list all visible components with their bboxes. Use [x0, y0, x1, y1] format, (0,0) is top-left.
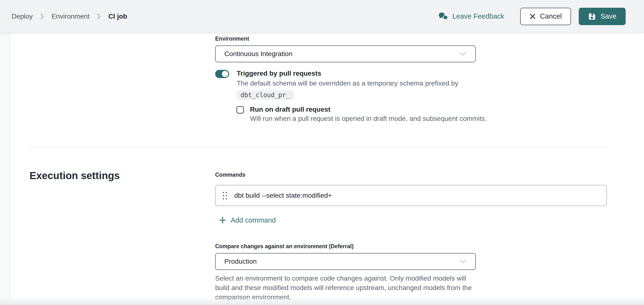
trigger-toggle-description: The default schema will be overridden as… — [237, 78, 458, 88]
feedback-chat-bubbles-icon — [438, 12, 448, 21]
commands-label: Commands — [215, 172, 245, 178]
deferral-select-value: Production — [224, 258, 257, 265]
trigger-toggle-label: Triggered by pull requests — [237, 69, 458, 78]
leave-feedback-label: Leave Feedback — [452, 12, 504, 20]
environment-field-label: Environment — [215, 36, 249, 42]
plus-icon — [219, 216, 226, 224]
deferral-field-label: Compare changes against an environment (… — [215, 243, 354, 250]
save-button-label: Save — [600, 12, 616, 20]
add-command-button[interactable]: Add command — [219, 216, 276, 224]
environment-select[interactable]: Continuous Integration — [215, 46, 476, 62]
save-floppy-icon — [588, 12, 596, 20]
breadcrumb-environment[interactable]: Environment — [52, 12, 90, 20]
draft-checkbox-label: Run on draft pull request — [250, 105, 487, 114]
execution-settings-title: Execution settings — [30, 170, 120, 182]
chevron-right-icon — [40, 13, 44, 20]
trigger-toggle-row: Triggered by pull requests The default s… — [215, 69, 458, 100]
chevron-right-icon — [97, 13, 101, 20]
save-button[interactable]: Save — [579, 8, 626, 25]
toggle-knob — [222, 71, 228, 77]
deferral-select[interactable]: Production — [215, 253, 476, 270]
command-text: dbt build --select state:modified+ — [234, 192, 332, 200]
draft-checkbox-description: Will run when a pull request is opened i… — [250, 114, 487, 124]
chevron-down-icon — [459, 52, 466, 56]
leave-feedback-link[interactable]: Leave Feedback — [438, 12, 504, 21]
cancel-button[interactable]: Cancel — [520, 8, 571, 25]
breadcrumb-deploy[interactable]: Deploy — [12, 12, 33, 20]
trigger-toggle[interactable] — [215, 70, 229, 78]
command-input-row[interactable]: dbt build --select state:modified+ — [215, 185, 607, 206]
chevron-down-icon — [459, 259, 466, 264]
cancel-button-label: Cancel — [540, 12, 562, 20]
top-header-bar: Deploy Environment CI job Leave Feedback… — [0, 0, 644, 33]
drag-handle-icon[interactable] — [223, 192, 227, 200]
environment-select-value: Continuous Integration — [224, 50, 292, 58]
trigger-text-block: Triggered by pull requests The default s… — [237, 69, 458, 100]
draft-text-block: Run on draft pull request Will run when … — [250, 105, 487, 124]
left-rail — [0, 33, 10, 305]
main-content: Environment Continuous Integration Trigg… — [0, 33, 644, 305]
close-icon — [530, 13, 536, 20]
draft-pull-request-checkbox[interactable] — [236, 106, 244, 114]
bottom-scroll-fade — [0, 297, 644, 305]
schema-prefix-code-chip: dbt_cloud_pr_ — [237, 90, 294, 100]
draft-checkbox-row: Run on draft pull request Will run when … — [236, 105, 487, 124]
header-actions: Leave Feedback Cancel Save — [438, 8, 626, 25]
add-command-label: Add command — [230, 216, 276, 224]
breadcrumb-ci-job: CI job — [108, 12, 127, 20]
section-divider — [29, 147, 607, 148]
breadcrumb: Deploy Environment CI job — [12, 12, 127, 20]
